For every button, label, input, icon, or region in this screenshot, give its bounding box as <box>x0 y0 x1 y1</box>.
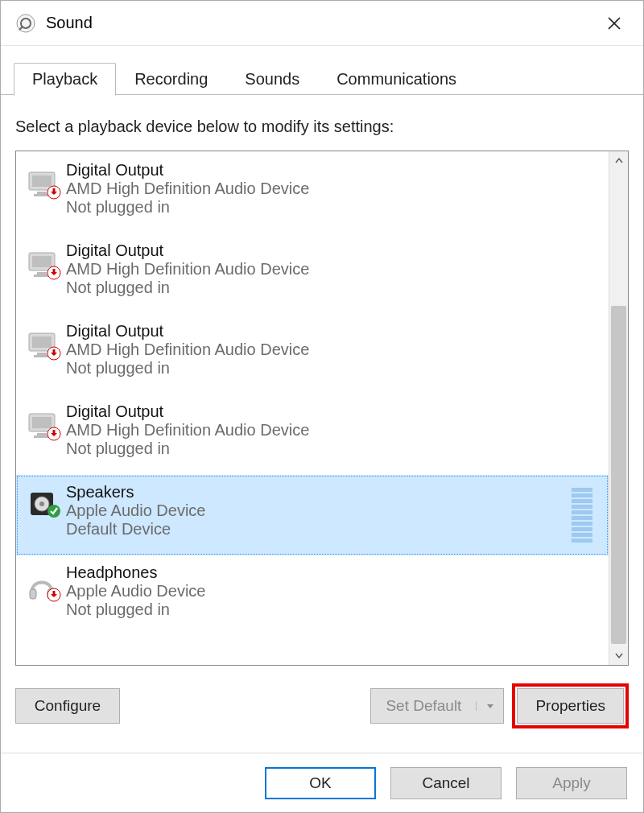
properties-label: Properties <box>535 697 605 715</box>
svg-rect-26 <box>30 589 36 599</box>
properties-highlight: Properties <box>512 683 629 728</box>
scroll-up-button[interactable] <box>609 151 628 171</box>
set-default-dropdown[interactable] <box>476 701 503 711</box>
device-item[interactable]: Digital OutputAMD High Definition Audio … <box>16 394 609 475</box>
tab-recording[interactable]: Recording <box>116 63 226 96</box>
device-status: Not plugged in <box>66 198 601 217</box>
svg-point-24 <box>39 501 44 506</box>
dialog-body: PlaybackRecordingSoundsCommunications Se… <box>1 46 643 812</box>
device-status: Default Device <box>66 520 572 539</box>
unplugged-badge-icon <box>47 266 61 280</box>
monitor-icon <box>18 159 66 200</box>
device-item[interactable]: SpeakersApple Audio DeviceDefault Device <box>16 475 609 555</box>
scroll-track[interactable] <box>609 171 628 646</box>
device-status: Not plugged in <box>66 359 601 378</box>
svg-rect-4 <box>37 192 47 194</box>
unplugged-badge-icon <box>47 346 61 361</box>
configure-button[interactable]: Configure <box>15 688 120 724</box>
configure-label: Configure <box>35 697 101 715</box>
device-name: Digital Output <box>66 241 601 260</box>
ok-button[interactable]: OK <box>265 767 376 799</box>
device-status: Not plugged in <box>66 600 601 619</box>
titlebar: Sound <box>1 1 643 46</box>
cancel-button[interactable]: Cancel <box>390 767 502 799</box>
device-list[interactable]: Digital OutputAMD High Definition Audio … <box>16 151 609 665</box>
unplugged-badge-icon <box>47 185 61 200</box>
properties-button[interactable]: Properties <box>517 688 624 724</box>
device-name: Speakers <box>66 483 572 501</box>
action-button-row: Configure Set Default Properties <box>15 683 629 728</box>
device-item[interactable]: Digital OutputAMD High Definition Audio … <box>16 153 609 233</box>
device-description: AMD High Definition Audio Device <box>66 180 601 198</box>
scroll-down-button[interactable] <box>609 646 628 665</box>
device-description: Apple Audio Device <box>66 501 572 520</box>
tab-strip: PlaybackRecordingSoundsCommunications <box>1 46 643 95</box>
apply-button[interactable]: Apply <box>516 767 627 799</box>
device-text: SpeakersApple Audio DeviceDefault Device <box>66 481 572 539</box>
sound-dialog: Sound PlaybackRecordingSoundsCommunicati… <box>0 0 644 813</box>
cancel-label: Cancel <box>422 774 469 792</box>
tab-playback[interactable]: Playback <box>14 63 116 96</box>
monitor-icon <box>18 401 66 441</box>
scrollbar[interactable] <box>609 151 628 665</box>
device-description: AMD High Definition Audio Device <box>66 421 601 440</box>
device-name: Digital Output <box>66 322 601 340</box>
device-text: Digital OutputAMD High Definition Audio … <box>66 240 601 297</box>
monitor-icon <box>18 240 66 280</box>
device-item[interactable]: HeadphonesApple Audio DeviceNot plugged … <box>16 555 609 636</box>
device-name: Digital Output <box>66 161 601 180</box>
device-text: Digital OutputAMD High Definition Audio … <box>66 320 601 378</box>
svg-rect-9 <box>37 272 47 274</box>
close-button[interactable] <box>598 7 630 39</box>
device-list-container: Digital OutputAMD High Definition Audio … <box>15 151 629 666</box>
apply-label: Apply <box>552 774 591 792</box>
svg-rect-19 <box>37 433 47 435</box>
device-text: HeadphonesApple Audio DeviceNot plugged … <box>66 562 601 619</box>
tab-communications[interactable]: Communications <box>318 63 475 96</box>
device-description: AMD High Definition Audio Device <box>66 340 601 359</box>
device-name: Headphones <box>66 563 601 582</box>
speaker-icon <box>18 481 66 518</box>
window-title: Sound <box>46 14 598 32</box>
set-default-label: Set Default <box>371 697 476 715</box>
device-item[interactable]: Digital OutputAMD High Definition Audio … <box>16 233 609 314</box>
level-meter-icon <box>572 481 601 549</box>
device-text: Digital OutputAMD High Definition Audio … <box>66 159 601 217</box>
set-default-button[interactable]: Set Default <box>370 688 504 724</box>
svg-rect-14 <box>37 353 47 355</box>
scroll-thumb[interactable] <box>611 306 626 644</box>
tab-playback-content: Select a playback device below to modify… <box>1 95 643 753</box>
ok-label: OK <box>309 774 331 792</box>
tab-sounds[interactable]: Sounds <box>226 63 318 96</box>
dialog-button-row: OK Cancel Apply <box>1 753 643 812</box>
device-description: Apple Audio Device <box>66 582 601 600</box>
device-text: Digital OutputAMD High Definition Audio … <box>66 401 601 458</box>
device-status: Not plugged in <box>66 279 601 297</box>
device-status: Not plugged in <box>66 440 601 458</box>
unplugged-badge-icon <box>47 427 61 441</box>
monitor-icon <box>18 320 66 361</box>
sound-icon <box>15 13 36 34</box>
device-description: AMD High Definition Audio Device <box>66 260 601 279</box>
device-item[interactable]: Digital OutputAMD High Definition Audio … <box>16 314 609 394</box>
unplugged-badge-icon <box>47 588 61 602</box>
check-badge-icon <box>47 504 61 518</box>
device-name: Digital Output <box>66 402 601 421</box>
instruction-text: Select a playback device below to modify… <box>15 118 629 136</box>
headphones-icon <box>18 562 66 602</box>
